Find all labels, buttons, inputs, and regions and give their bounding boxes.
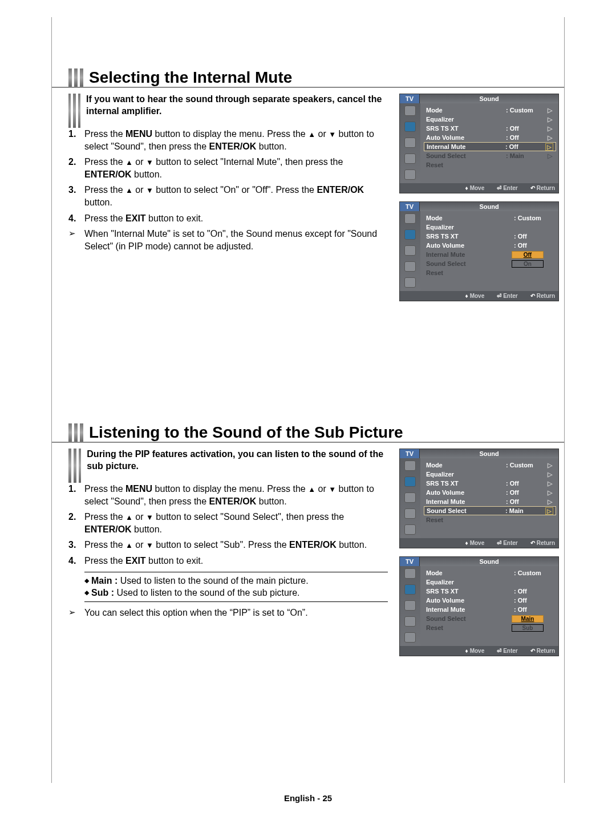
step-text: Press the EXIT button to exit. [84, 555, 388, 567]
note: ➢ You can select this option when the “P… [68, 607, 388, 619]
osd-sound-select-highlight: TV Sound Mode: Custom▷ Equalizer▷ SRS TS… [399, 449, 559, 548]
osd-sound-select-options: TV Sound Mode: Custom Equalizer SRS TS X… [399, 556, 559, 656]
sound-icon [404, 122, 416, 132]
osd-row-highlighted: Internal Mute: Off▷ [424, 142, 556, 151]
steps-list: 1.Press the MENU button to display the m… [68, 128, 388, 224]
step-text: Press the ▲ or ▼ button to select "Inter… [84, 156, 388, 180]
header-stripes-icon [68, 423, 83, 442]
osd-row-highlighted: Sound Select: Main▷ [424, 506, 556, 515]
step-text: Press the MENU button to display the men… [84, 483, 388, 507]
osd-internal-mute-options: TV Sound Mode: Custom Equalizer SRS TS X… [399, 201, 559, 301]
definitions: ◆Main : Used to listen to the sound of t… [84, 572, 388, 602]
header-stripes-icon [68, 68, 83, 87]
osd-option: Sub [512, 624, 544, 632]
osd-title: Sound [420, 94, 558, 103]
osd-option-selected: Main [512, 615, 544, 623]
note-icon: ➢ [68, 228, 84, 252]
input-icon [404, 169, 416, 180]
intro-stripes-icon [68, 449, 81, 483]
channel-icon [404, 138, 416, 148]
intro-stripes-icon [68, 94, 80, 128]
section-title: Listening to the Sound of the Sub Pictur… [89, 423, 403, 442]
osd-option-selected: Off [512, 251, 544, 259]
note: ➢ When "Internal Mute" is set to "On", t… [68, 228, 388, 252]
section-title: Selecting the Internal Mute [89, 68, 292, 87]
section-intro: During the PIP features activation, you … [87, 449, 388, 479]
section-intro: If you want to hear the sound through se… [86, 94, 388, 124]
step-text: Press the ▲ or ▼ button to select "Sub".… [84, 539, 388, 551]
note-icon: ➢ [68, 607, 84, 619]
section-sub-picture-sound: Listening to the Sound of the Sub Pictur… [51, 423, 565, 664]
step-text: Press the ▲ or ▼ button to select "On" o… [84, 184, 388, 208]
osd-nav-icons [400, 103, 420, 183]
picture-icon [404, 106, 416, 116]
osd-hints: ♦Move ⏎Enter ↶Return [400, 183, 558, 193]
step-text: Press the ▲ or ▼ button to select "Sound… [84, 511, 388, 535]
page-footer: English - 25 [0, 793, 616, 803]
osd-internal-mute-highlight: TV Sound Mode: Custom▷ E [399, 94, 559, 193]
step-text: Press the MENU button to display the men… [84, 128, 388, 152]
setup-icon [404, 154, 416, 164]
section-internal-mute: Selecting the Internal Mute If you want … [51, 68, 565, 309]
osd-tv-label: TV [400, 94, 420, 103]
steps-list: 1.Press the MENU button to display the m… [68, 483, 388, 567]
step-text: Press the EXIT button to exit. [84, 212, 388, 225]
section-header: Selecting the Internal Mute [51, 68, 565, 88]
osd-option: On [512, 260, 544, 268]
